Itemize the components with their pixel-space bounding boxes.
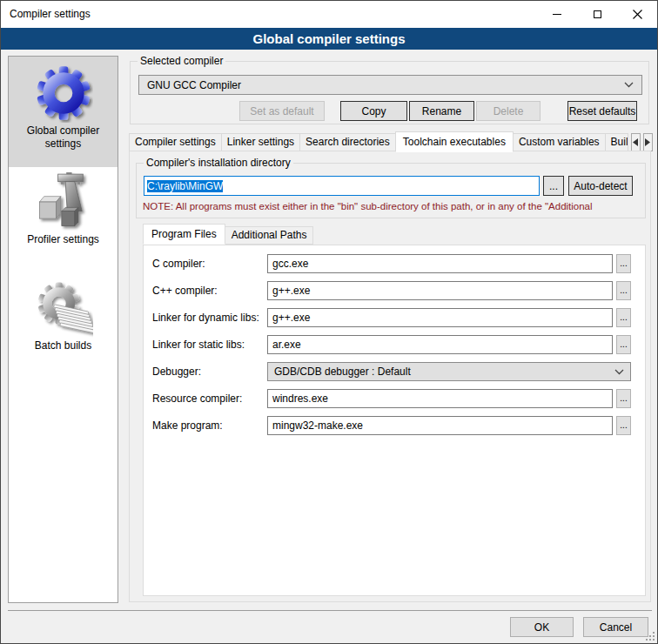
window-title: Compiler settings	[10, 8, 91, 20]
set-as-default-button[interactable]: Set as default	[239, 101, 325, 121]
tab-build-options-clipped[interactable]: Build options	[605, 133, 628, 151]
program-files-panel: C compiler: ... C++ compiler: ... Linker…	[143, 245, 646, 596]
browse-button[interactable]: ...	[616, 389, 631, 408]
maximize-icon	[594, 10, 601, 18]
compiler-buttons-row: Set as default Copy Rename Delete Reset …	[239, 101, 637, 121]
selected-compiler-select[interactable]: GNU GCC Compiler	[138, 75, 642, 95]
field-label: Linker for static libs:	[152, 339, 245, 351]
tab-program-files[interactable]: Program Files	[143, 224, 225, 245]
field-label: C++ compiler:	[152, 285, 218, 297]
installation-directory-input[interactable]: C:\raylib\MinGW	[144, 176, 540, 196]
arrow-left-icon	[633, 138, 638, 146]
browse-button[interactable]: ...	[616, 308, 631, 327]
sidebar-item-label: Profiler settings	[9, 233, 118, 246]
browse-button[interactable]: ...	[616, 254, 631, 273]
debugger-select[interactable]: GDB/CDB debugger : Default	[267, 362, 631, 381]
chevron-down-icon	[624, 82, 634, 88]
settings-tab-strip: Compiler settings Linker settings Search…	[129, 131, 653, 151]
field-row-static-linker: Linker for static libs: ...	[152, 335, 636, 355]
caliper-blocks-icon	[34, 172, 93, 231]
field-row-cpp-compiler: C++ compiler: ...	[152, 281, 636, 301]
selected-compiler-group: Selected compiler GNU GCC Compiler Set a…	[130, 61, 649, 124]
installation-directory-group: Compiler's installation directory C:\ray…	[136, 163, 646, 218]
field-row-debugger: Debugger: GDB/CDB debugger : Default	[152, 362, 636, 382]
copy-button[interactable]: Copy	[340, 101, 407, 121]
installation-directory-row: C:\raylib\MinGW ... Auto-detect	[144, 176, 633, 196]
footer-separator	[8, 610, 652, 611]
c-compiler-input[interactable]	[267, 254, 613, 273]
resource-compiler-input[interactable]	[267, 389, 613, 408]
close-icon	[633, 10, 642, 19]
field-row-make-program: Make program: ...	[152, 416, 636, 436]
sidebar-item-label: Batch builds	[9, 339, 118, 352]
sidebar-item-global-compiler-settings[interactable]: Global compiler settings	[9, 57, 118, 167]
sidebar-item-batch-builds[interactable]: Batch builds	[9, 277, 118, 374]
make-program-input[interactable]	[267, 416, 613, 435]
field-row-resource-compiler: Resource compiler: ...	[152, 389, 636, 409]
tab-toolchain-executables[interactable]: Toolchain executables	[395, 131, 514, 152]
browse-directory-button[interactable]: ...	[543, 176, 564, 196]
minimize-button[interactable]	[537, 1, 577, 28]
browse-button[interactable]: ...	[616, 335, 631, 354]
compiler-settings-dialog: Compiler settings Global compiler settin…	[0, 0, 658, 644]
cancel-button[interactable]: Cancel	[583, 617, 648, 637]
tab-scroll-left-button[interactable]	[631, 133, 641, 151]
cpp-compiler-input[interactable]	[267, 281, 613, 300]
tab-search-directories[interactable]: Search directories	[299, 133, 396, 151]
close-button[interactable]	[617, 1, 657, 28]
group-label: Selected compiler	[138, 55, 225, 67]
arrow-right-icon	[645, 138, 650, 146]
field-label: Debugger:	[152, 366, 201, 378]
gray-gear-papers-icon	[34, 278, 93, 338]
field-label: C compiler:	[152, 258, 205, 270]
program-files-tab-strip: Program Files Additional Paths	[143, 224, 313, 245]
field-label: Resource compiler:	[152, 392, 242, 405]
delete-button[interactable]: Delete	[476, 101, 540, 121]
tab-custom-variables[interactable]: Custom variables	[513, 133, 606, 151]
field-label: Linker for dynamic libs:	[152, 312, 259, 324]
chevron-down-icon	[614, 369, 624, 375]
ok-button[interactable]: OK	[510, 617, 574, 637]
minimize-icon	[553, 14, 561, 15]
auto-detect-button[interactable]: Auto-detect	[568, 176, 633, 196]
page-title: Global compiler settings	[1, 28, 657, 50]
static-linker-input[interactable]	[267, 335, 613, 354]
blue-gear-icon	[34, 64, 93, 123]
browse-button[interactable]: ...	[616, 416, 631, 435]
reset-defaults-button[interactable]: Reset defaults	[567, 101, 637, 121]
titlebar[interactable]: Compiler settings	[1, 1, 657, 28]
field-row-c-compiler: C compiler: ...	[152, 254, 636, 274]
field-row-dynamic-linker: Linker for dynamic libs: ...	[152, 308, 636, 328]
tab-compiler-settings[interactable]: Compiler settings	[129, 133, 222, 151]
dynamic-linker-input[interactable]	[267, 308, 613, 327]
note-text: NOTE: All programs must exist either in …	[143, 201, 641, 211]
field-label: Make program:	[152, 419, 223, 432]
selected-compiler-value: GNU GCC Compiler	[147, 79, 241, 91]
browse-button[interactable]: ...	[616, 281, 631, 300]
tab-scroll-right-button[interactable]	[643, 133, 653, 151]
maximize-button[interactable]	[577, 1, 617, 28]
tab-additional-paths[interactable]: Additional Paths	[225, 226, 314, 245]
selected-path-text: C:\raylib\MinGW	[147, 180, 223, 192]
sidebar-item-label: Global compiler settings	[9, 124, 118, 151]
settings-category-list: Global compiler settings	[8, 56, 118, 603]
tab-linker-settings[interactable]: Linker settings	[221, 133, 300, 151]
resize-grip[interactable]	[644, 630, 655, 641]
sidebar-item-profiler-settings[interactable]: Profiler settings	[9, 171, 118, 265]
debugger-value: GDB/CDB debugger : Default	[274, 366, 411, 378]
group-label: Compiler's installation directory	[144, 157, 293, 169]
rename-button[interactable]: Rename	[409, 101, 474, 121]
